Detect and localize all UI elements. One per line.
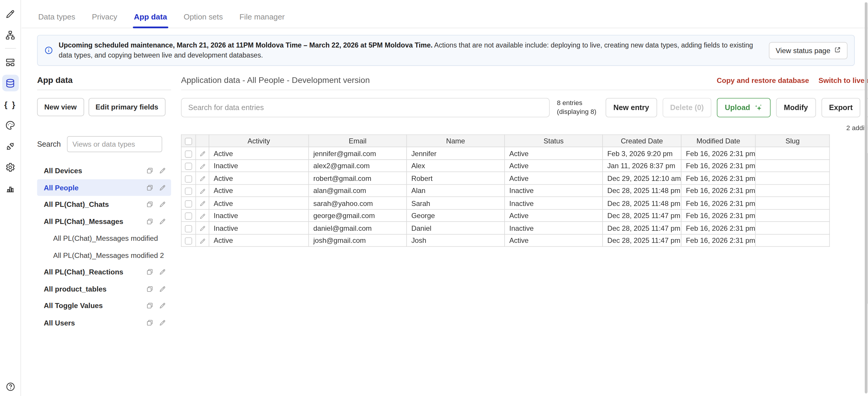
- edit-row-icon[interactable]: [199, 151, 206, 157]
- upload-button[interactable]: Upload: [717, 98, 771, 118]
- cell-activity: Active: [209, 234, 309, 247]
- select-all-checkbox[interactable]: [185, 138, 192, 145]
- view-item-label: All PL(Chat)_Messages: [44, 217, 146, 225]
- cell-slug: [755, 234, 830, 247]
- view-item-all-pl-chat-messages[interactable]: All PL(Chat)_Messages: [37, 213, 171, 230]
- edit-row-icon[interactable]: [199, 163, 206, 170]
- export-button[interactable]: Export: [822, 98, 861, 118]
- row-checkbox[interactable]: [185, 163, 192, 170]
- row-checkbox[interactable]: [185, 225, 192, 232]
- gear-icon[interactable]: [0, 157, 21, 178]
- edit-row-icon[interactable]: [199, 175, 206, 183]
- rail-divider: [5, 48, 16, 49]
- view-item-all-product-tables[interactable]: All product_tables: [37, 280, 171, 297]
- edit-view-icon[interactable]: [159, 201, 166, 208]
- row-checkbox[interactable]: [185, 237, 192, 244]
- view-item-actions: [146, 184, 166, 191]
- cell-activity: Active: [209, 185, 309, 197]
- view-item-all-pl-chat-messages-modified[interactable]: All PL(Chat)_Messages modified: [37, 230, 171, 247]
- tab-app-data[interactable]: App data: [133, 12, 168, 28]
- tab-data-types[interactable]: Data types: [37, 12, 76, 28]
- row-select-cell: [181, 185, 196, 197]
- edit-primary-fields-button[interactable]: Edit primary fields: [88, 98, 165, 116]
- edit-row-icon[interactable]: [199, 238, 206, 244]
- edit-view-icon[interactable]: [159, 319, 166, 326]
- components-icon[interactable]: [0, 51, 21, 72]
- sitemap-icon[interactable]: [0, 25, 21, 45]
- copy-view-icon[interactable]: [146, 302, 153, 309]
- copy-view-icon[interactable]: [146, 167, 153, 174]
- view-item-label: All Toggle Values: [44, 302, 146, 310]
- view-item-all-devices[interactable]: All Devices: [37, 162, 171, 179]
- view-item-all-pl-chat-messages-modified-2[interactable]: All PL(Chat)_Messages modified 2: [37, 247, 171, 264]
- vertical-scrollbar[interactable]: [865, 2, 867, 394]
- bar-chart-icon[interactable]: [0, 178, 21, 199]
- tab-file-manager[interactable]: File manager: [238, 12, 286, 28]
- copy-view-icon[interactable]: [146, 285, 153, 292]
- palette-icon[interactable]: [0, 114, 21, 135]
- view-status-page-button[interactable]: View status page: [769, 42, 848, 59]
- table-row: Inactivegeorge@gmail.comGeorgeActiveDec …: [181, 209, 830, 222]
- help-icon[interactable]: [0, 382, 21, 392]
- copy-view-icon[interactable]: [146, 218, 153, 225]
- column-header-name[interactable]: Name: [407, 135, 504, 147]
- cell-activity: Active: [209, 172, 309, 185]
- copy-view-icon[interactable]: [146, 184, 153, 191]
- edit-row-icon[interactable]: [199, 188, 206, 195]
- new-entry-button[interactable]: New entry: [606, 98, 657, 118]
- column-header-status[interactable]: Status: [504, 135, 602, 147]
- view-item-all-users[interactable]: All Users: [37, 314, 171, 331]
- row-select-cell: [181, 197, 196, 209]
- data-entries-search-input[interactable]: [181, 98, 550, 118]
- edit-view-icon[interactable]: [159, 302, 166, 309]
- cell-modified: Feb 16, 2026 2:31 pm: [681, 147, 755, 159]
- edit-view-icon[interactable]: [159, 268, 166, 275]
- braces-icon[interactable]: { }: [0, 94, 21, 114]
- top-tabs: Data typesPrivacyApp dataOption setsFile…: [22, 0, 868, 28]
- column-header-email[interactable]: Email: [309, 135, 407, 147]
- column-header-created-date[interactable]: Created Date: [602, 135, 681, 147]
- tab-privacy[interactable]: Privacy: [91, 12, 118, 28]
- pencil-icon[interactable]: [0, 3, 21, 24]
- views-search-input[interactable]: [67, 136, 162, 152]
- edit-view-icon[interactable]: [159, 184, 166, 191]
- plugin-icon[interactable]: [0, 135, 21, 156]
- copy-view-icon[interactable]: [146, 268, 153, 275]
- view-item-all-pl-chat-reactions[interactable]: All PL(Chat)_Reactions: [37, 264, 171, 280]
- copy-view-icon[interactable]: [146, 319, 153, 326]
- edit-view-icon[interactable]: [159, 285, 166, 292]
- column-header-slug[interactable]: Slug: [755, 135, 830, 147]
- modify-button[interactable]: Modify: [776, 98, 816, 118]
- column-header-activity[interactable]: Activity: [209, 135, 309, 147]
- row-checkbox[interactable]: [185, 200, 192, 207]
- edit-row-icon[interactable]: [199, 200, 206, 207]
- cell-created: Dec 28, 2025 11:48 pm: [602, 197, 681, 209]
- edit-row-icon[interactable]: [199, 225, 206, 232]
- switch-to-live-database-link[interactable]: Switch to live database: [818, 76, 868, 85]
- row-checkbox[interactable]: [185, 175, 192, 183]
- button-label: New entry: [614, 104, 649, 112]
- row-checkbox[interactable]: [185, 150, 192, 157]
- copy-and-restore-database-link[interactable]: Copy and restore database: [717, 76, 809, 85]
- row-select-cell: [181, 234, 196, 247]
- maintenance-message: Upcoming scheduled maintenance, March 21…: [59, 40, 764, 61]
- edit-view-icon[interactable]: [159, 167, 166, 174]
- edit-view-icon[interactable]: [159, 218, 166, 225]
- cell-created: Dec 28, 2025 11:47 pm: [602, 222, 681, 234]
- row-checkbox[interactable]: [185, 188, 192, 195]
- view-item-all-toggle-values[interactable]: All Toggle Values: [37, 297, 171, 314]
- cell-activity: Inactive: [209, 159, 309, 172]
- column-header-modified-date[interactable]: Modified Date: [681, 135, 755, 147]
- edit-column-header: [196, 135, 209, 147]
- view-item-all-pl-chat-chats[interactable]: All PL(Chat)_Chats: [37, 196, 171, 213]
- tab-option-sets[interactable]: Option sets: [182, 12, 224, 28]
- cell-modified: Feb 16, 2026 2:31 pm: [681, 197, 755, 209]
- table-row: Activejosh@gmail.comJoshActiveDec 28, 20…: [181, 234, 830, 247]
- delete-0-button[interactable]: Delete (0): [662, 98, 711, 118]
- database-icon[interactable]: [0, 73, 21, 94]
- copy-view-icon[interactable]: [146, 201, 153, 208]
- new-view-button[interactable]: New view: [37, 98, 84, 116]
- row-checkbox[interactable]: [185, 212, 192, 220]
- edit-row-icon[interactable]: [199, 213, 206, 220]
- view-item-all-people[interactable]: All People: [37, 179, 171, 196]
